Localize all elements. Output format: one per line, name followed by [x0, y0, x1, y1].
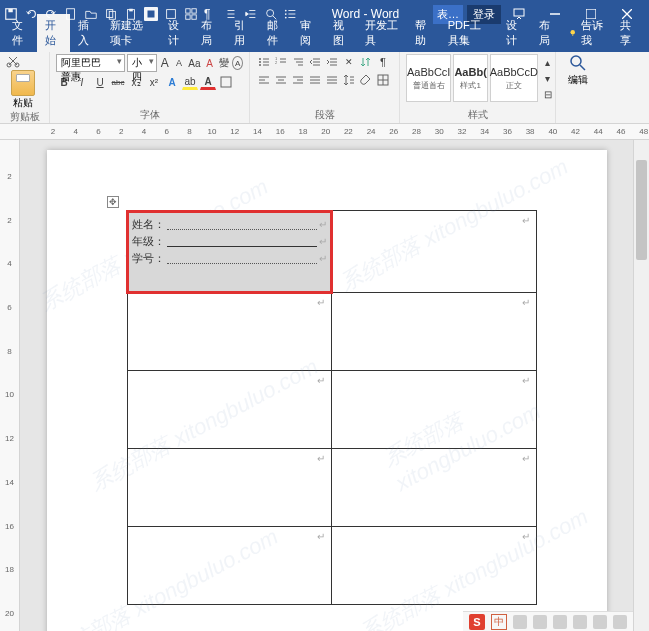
- multilevel-icon[interactable]: [290, 54, 306, 70]
- copy-icon[interactable]: [104, 7, 118, 21]
- tab-pdftools[interactable]: PDF工具集: [440, 14, 498, 52]
- table-cell[interactable]: ↵: [332, 293, 536, 371]
- tab-help[interactable]: 帮助: [407, 14, 440, 52]
- ime-lang[interactable]: 中: [491, 614, 507, 630]
- align-center-icon[interactable]: [273, 72, 289, 88]
- align-right-icon[interactable]: [290, 72, 306, 88]
- workspace: 22468101214161820 系统部落 xitongbuluo.com 系…: [0, 140, 649, 631]
- pilcrow-icon[interactable]: ¶: [204, 7, 218, 21]
- undo-icon[interactable]: [24, 7, 38, 21]
- save-icon[interactable]: [4, 7, 18, 21]
- style-1[interactable]: AaBb(样式1: [453, 54, 487, 102]
- table-cell[interactable]: ↵: [127, 293, 332, 371]
- align-left-icon[interactable]: [256, 72, 272, 88]
- redo-icon[interactable]: [44, 7, 58, 21]
- svg-rect-23: [221, 77, 231, 87]
- styles-up-icon[interactable]: ▴: [540, 54, 556, 70]
- table-cell[interactable]: ↵: [127, 449, 332, 527]
- table-cell[interactable]: ↵: [332, 449, 536, 527]
- paragraph-label: 段落: [256, 108, 393, 123]
- svg-rect-6: [129, 9, 133, 12]
- tab-view[interactable]: 视图: [325, 14, 358, 52]
- table-cell[interactable]: ↵: [332, 211, 536, 293]
- svg-point-20: [571, 30, 575, 34]
- font-name-combo[interactable]: 阿里巴巴普惠: [56, 54, 125, 72]
- numbering-icon[interactable]: 12: [273, 54, 289, 70]
- tab-developer[interactable]: 开发工具: [357, 14, 407, 52]
- show-marks-icon[interactable]: ¶: [375, 54, 391, 70]
- tell-me[interactable]: 告诉我: [563, 14, 612, 52]
- shrink-font-icon[interactable]: A: [173, 55, 185, 71]
- list-qat-icon[interactable]: [284, 7, 298, 21]
- text-effects-icon[interactable]: A: [164, 74, 180, 90]
- reading-icon[interactable]: [144, 7, 158, 21]
- document-canvas[interactable]: 系统部落 xitongbuluo.com 系统部落 xitongbuluo.co…: [20, 140, 633, 631]
- find-qat-icon[interactable]: [264, 7, 278, 21]
- font-size-combo[interactable]: 小四: [127, 54, 157, 72]
- ime-punct-icon[interactable]: [513, 615, 527, 629]
- underline-icon[interactable]: U: [92, 74, 108, 90]
- grade-label: 年级：: [132, 234, 165, 249]
- find-button[interactable]: 编辑: [562, 54, 594, 87]
- document-table[interactable]: 姓名：↵ 年级：↵ 学号：↵ ↵ ↵↵ ↵↵ ↵↵ ↵↵: [127, 210, 537, 605]
- table-cell[interactable]: ↵: [127, 371, 332, 449]
- style-normal-indent[interactable]: AaBbCcI普通首右: [406, 54, 451, 102]
- spacing-icon[interactable]: [224, 7, 238, 21]
- shading-icon[interactable]: [358, 72, 374, 88]
- table-cell[interactable]: ↵: [332, 527, 536, 605]
- table-move-handle-icon[interactable]: ✥: [107, 196, 119, 208]
- font-color-icon[interactable]: A: [200, 74, 216, 90]
- ime-status-bar: S 中: [463, 611, 633, 631]
- sort-icon[interactable]: [358, 54, 374, 70]
- sogou-logo-icon[interactable]: S: [469, 614, 485, 630]
- ime-tool-icon[interactable]: [613, 615, 627, 629]
- vertical-scrollbar[interactable]: [633, 140, 649, 631]
- print-layout-icon[interactable]: [164, 7, 178, 21]
- vertical-ruler[interactable]: 22468101214161820: [0, 140, 20, 631]
- enclose-icon[interactable]: A: [232, 56, 243, 70]
- increase-indent-icon[interactable]: [324, 54, 340, 70]
- bullets-icon[interactable]: [256, 54, 272, 70]
- table-cell-selected[interactable]: 姓名：↵ 年级：↵ 学号：↵: [127, 211, 332, 293]
- styles-down-icon[interactable]: ▾: [540, 70, 556, 86]
- table-cell[interactable]: ↵: [127, 527, 332, 605]
- paste-button[interactable]: 粘贴: [6, 70, 40, 110]
- horizontal-ruler[interactable]: 2462468101214161820222426283032343638404…: [0, 124, 649, 140]
- find-icon: [569, 54, 587, 72]
- cell-mark-icon: ↵: [522, 375, 530, 386]
- indent-icon[interactable]: [244, 7, 258, 21]
- asian-layout-icon[interactable]: ✕: [341, 54, 357, 70]
- ime-globe-icon[interactable]: [553, 615, 567, 629]
- cell-mark-icon: ↵: [317, 375, 325, 386]
- strike-icon[interactable]: abc: [110, 74, 126, 90]
- distributed-icon[interactable]: [324, 72, 340, 88]
- decrease-indent-icon[interactable]: [307, 54, 323, 70]
- paste-small-icon[interactable]: [124, 7, 138, 21]
- phonetic-icon[interactable]: 變: [218, 55, 230, 71]
- justify-icon[interactable]: [307, 72, 323, 88]
- table-cell[interactable]: ↵: [332, 371, 536, 449]
- change-case-icon[interactable]: Aa: [187, 55, 201, 71]
- ime-user-icon[interactable]: [573, 615, 587, 629]
- grid-icon[interactable]: [184, 7, 198, 21]
- new-icon[interactable]: [64, 7, 78, 21]
- svg-rect-2: [67, 9, 75, 20]
- share-button[interactable]: 共享: [612, 14, 645, 52]
- borders-icon[interactable]: [375, 72, 391, 88]
- style-body[interactable]: AaBbCcD正文: [490, 54, 538, 102]
- grow-font-icon[interactable]: A: [159, 55, 171, 71]
- styles-more-icon[interactable]: ⊟: [540, 86, 556, 102]
- char-shading-icon[interactable]: [218, 74, 234, 90]
- ribbon-tabs: 文件 开始 插入 新建选项卡 设计 布局 引用 邮件 审阅 视图 开发工具 帮助…: [0, 28, 649, 52]
- superscript-icon[interactable]: x²: [146, 74, 162, 90]
- highlight-color-icon[interactable]: ab: [182, 74, 198, 90]
- tab-table-layout[interactable]: 布局: [531, 14, 564, 52]
- cut-icon[interactable]: [6, 54, 20, 68]
- clear-format-icon[interactable]: A: [204, 55, 216, 71]
- line-spacing-icon[interactable]: [341, 72, 357, 88]
- ime-skin-icon[interactable]: [593, 615, 607, 629]
- open-icon[interactable]: [84, 7, 98, 21]
- ime-keyboard-icon[interactable]: [533, 615, 547, 629]
- scroll-thumb[interactable]: [636, 160, 647, 260]
- tab-table-design[interactable]: 设计: [498, 14, 531, 52]
